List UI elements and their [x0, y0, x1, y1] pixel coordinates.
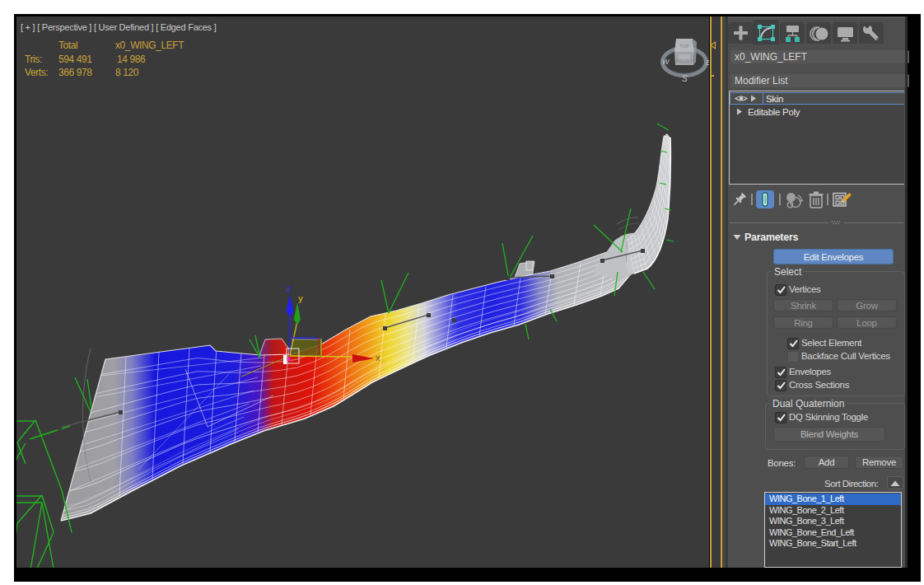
svg-text:E: E: [706, 58, 709, 67]
svg-text:TOP: TOP: [679, 44, 689, 49]
svg-text:y: y: [298, 293, 303, 303]
svg-text:x: x: [376, 353, 380, 363]
svg-text:FRONT: FRONT: [676, 58, 693, 63]
svg-text:z: z: [287, 283, 291, 293]
svg-text:S: S: [682, 74, 688, 83]
svg-text:W: W: [662, 58, 670, 66]
